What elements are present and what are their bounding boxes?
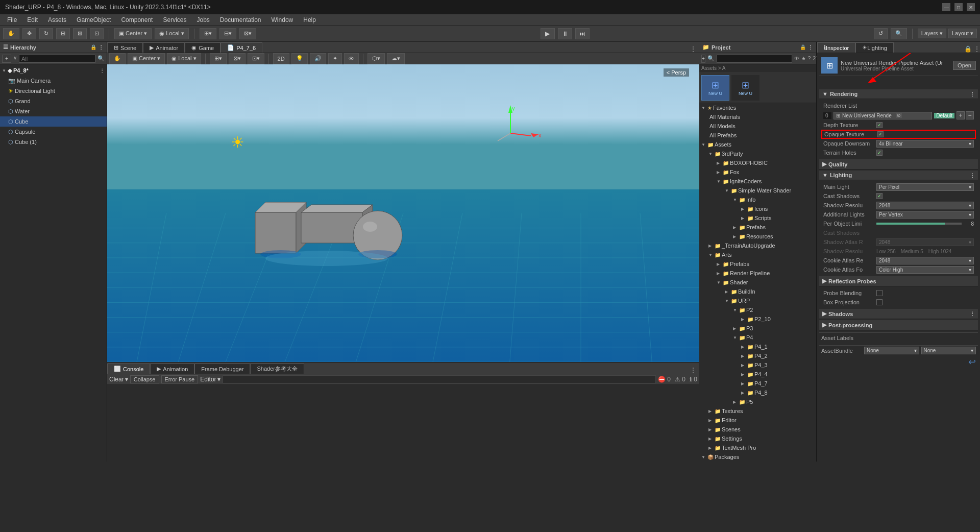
play-button[interactable]: ▶: [541, 28, 555, 39]
close-button[interactable]: ✕: [967, 3, 975, 11]
menu-edit[interactable]: Edit: [23, 15, 42, 25]
tab-frame-debugger[interactable]: Frame Debugger: [194, 364, 250, 374]
maximize-button[interactable]: □: [954, 3, 963, 11]
scene-gizmo-toggle[interactable]: ☁▾: [387, 53, 405, 64]
scripts-folder[interactable]: ▶ 📁 Scripts: [699, 213, 816, 223]
tab-inspector[interactable]: ℹ Inspector: [817, 42, 855, 53]
pause-button[interactable]: ⏸: [558, 28, 572, 39]
layout-dropdown[interactable]: Layout ▾: [948, 29, 977, 38]
menu-gameobject[interactable]: GameObject: [72, 15, 115, 25]
all-prefabs[interactable]: All Prefabs: [699, 131, 816, 140]
project-search-icon[interactable]: 🔍: [707, 55, 715, 62]
menu-help[interactable]: Help: [299, 15, 320, 25]
item-menu-btn[interactable]: ⋮: [100, 68, 105, 74]
buildin-folder[interactable]: ▶ 📁 BuildIn: [699, 287, 816, 296]
scale-tool[interactable]: ⊞: [56, 28, 70, 39]
center-pivot[interactable]: ▣ Center ▾: [114, 28, 152, 39]
p3-folder[interactable]: ▶ 📁 P3: [699, 324, 816, 333]
scene-view-options[interactable]: ⬡▾: [368, 53, 385, 64]
box-projection-checkbox[interactable]: [876, 299, 883, 305]
menu-window[interactable]: Window: [267, 15, 298, 25]
boxophobic-folder[interactable]: ▶ 📁 BOXOPHOBIC: [699, 158, 816, 167]
3rdparty-folder[interactable]: ▼ 📁 3rdParty: [699, 149, 816, 158]
opaque-downsample-dropdown[interactable]: 4x Bilinear ▾: [876, 140, 974, 148]
scene-2d-toggle[interactable]: 2D: [273, 53, 289, 64]
fox-folder[interactable]: ▶ 📁 Fox: [699, 167, 816, 177]
depth-texture-checkbox[interactable]: ✓: [876, 122, 883, 128]
hierarchy-water[interactable]: ⬡ Water: [0, 106, 107, 116]
urp-folder[interactable]: ▼ 📁 URP: [699, 296, 816, 305]
all-materials[interactable]: All Materials: [699, 112, 816, 122]
p4-7-folder[interactable]: ▶ 📁 P4_7: [699, 379, 816, 388]
rendering-menu[interactable]: ⋮: [970, 91, 975, 97]
p4-3-folder[interactable]: ▶ 📁 P4_3: [699, 360, 816, 370]
hierarchy-capsule[interactable]: ⬡ Capsule: [0, 127, 107, 137]
favorites-folder[interactable]: ▼ ★ Favorites: [699, 103, 816, 112]
editor-dropdown[interactable]: Editor ▾: [200, 376, 220, 383]
tab-shader-ref[interactable]: Shader参考大全: [250, 364, 304, 374]
arts-folder[interactable]: ▼ 📁 Arts: [699, 250, 816, 259]
quality-section-header[interactable]: ▶ Quality: [819, 159, 978, 170]
p4-2-folder[interactable]: ▶ 📁 P4_2: [699, 351, 816, 360]
cookie-atlas-re-dropdown[interactable]: 2048 ▾: [876, 257, 974, 264]
bookmark-icon[interactable]: ★: [801, 56, 806, 61]
menu-component[interactable]: Component: [117, 15, 157, 25]
hierarchy-directional-light[interactable]: ☀ Directional Light: [0, 86, 107, 96]
p5-folder[interactable]: ▶ 📁 P5: [699, 397, 816, 406]
hierarchy-cube1[interactable]: ⬡ Cube (1): [0, 137, 107, 147]
scene-hand[interactable]: ✋: [109, 53, 126, 64]
assetbundle-dropdown1[interactable]: None ▾: [864, 347, 919, 354]
menu-jobs[interactable]: Jobs: [192, 15, 213, 25]
hierarchy-root[interactable]: ▼ ◈ P4_8* ⋮: [0, 65, 107, 76]
scene-render-mode[interactable]: ⊠▾: [229, 53, 246, 64]
asset-item-2[interactable]: ⊞ New U: [731, 75, 760, 101]
menu-assets[interactable]: Assets: [44, 15, 70, 25]
collapse-btn[interactable]: Collapse: [130, 375, 159, 383]
opaque-texture-checkbox[interactable]: ✓: [877, 131, 884, 137]
grid-tool[interactable]: ⊞▾: [200, 28, 216, 39]
tab-animator[interactable]: ▶ Animator: [143, 42, 185, 53]
shadow-res-dropdown[interactable]: 2048 ▾: [876, 202, 974, 209]
scene-local[interactable]: ◉ Local ▾: [167, 53, 201, 64]
undo-history[interactable]: ↺: [874, 28, 888, 39]
project-lock[interactable]: 🔒: [800, 44, 806, 50]
shader-folder[interactable]: ▼ 📁 Shader: [699, 278, 816, 287]
eye-icon[interactable]: 👁: [794, 56, 799, 61]
align-tool[interactable]: ⊠▾: [239, 28, 256, 39]
hierarchy-menu[interactable]: ⋮: [99, 44, 104, 50]
p4-1-folder[interactable]: ▶ 📁 P4_1: [699, 342, 816, 351]
info-folder[interactable]: ▼ 📁 Info: [699, 195, 816, 204]
terrain-holes-checkbox[interactable]: ✓: [876, 150, 883, 156]
resources-folder[interactable]: ▶ 📁 Resources: [699, 232, 816, 241]
cookie-atlas-fo-dropdown[interactable]: Color High ▾: [876, 266, 974, 274]
probe-blending-checkbox[interactable]: [876, 290, 883, 296]
assets-folder[interactable]: ▼ 📁 Assets: [699, 140, 816, 149]
cast-shadows-checkbox[interactable]: ✓: [876, 193, 883, 199]
scenes-folder[interactable]: ▶ 📁 Scenes: [699, 425, 816, 434]
menu-services[interactable]: Services: [159, 15, 190, 25]
hierarchy-search-btn[interactable]: 🔍: [97, 55, 105, 62]
help-icon[interactable]: ?: [808, 56, 811, 61]
p4-8-folder[interactable]: ▶ 📁 P4_8: [699, 388, 816, 397]
prefabs-sw-folder[interactable]: ▶ 📁 Prefabs: [699, 223, 816, 232]
console-tab-menu[interactable]: ⋮: [690, 367, 699, 374]
open-button[interactable]: Open: [953, 61, 976, 70]
menu-documentation[interactable]: Documentation: [216, 15, 265, 25]
ignitecoders-folder[interactable]: ▼ 📁 IgniteCoders: [699, 177, 816, 186]
render-pipeline-folder[interactable]: ▶ 📁 Render Pipeline: [699, 269, 816, 278]
hierarchy-main-camera[interactable]: 📷 Main Camera: [0, 76, 107, 86]
tab-lighting[interactable]: ☀ Lighting: [855, 42, 894, 53]
step-button[interactable]: ⏭: [575, 28, 590, 39]
local-global[interactable]: ◉ Local ▾: [155, 28, 188, 39]
layers-dropdown[interactable]: Layers ▾: [918, 29, 946, 38]
rendering-section-header[interactable]: ▼ Rendering ⋮: [819, 89, 978, 99]
add-object-btn[interactable]: +: [2, 55, 11, 63]
p4-folder[interactable]: ▼ 📁 P4: [699, 333, 816, 342]
settings-folder[interactable]: ▶ 📁 Settings: [699, 434, 816, 443]
editor-folder[interactable]: ▶ 📁 Editor: [699, 416, 816, 425]
lighting-section-header[interactable]: ▼ Lighting ⋮: [819, 171, 978, 180]
scene-audio-toggle[interactable]: 🔊: [310, 53, 326, 64]
snap-tool[interactable]: ⊟▾: [219, 28, 236, 39]
simple-water-folder[interactable]: ▼ 📁 Simple Water Shader: [699, 186, 816, 195]
scene-grid-snap[interactable]: ⊞▾: [210, 53, 227, 64]
